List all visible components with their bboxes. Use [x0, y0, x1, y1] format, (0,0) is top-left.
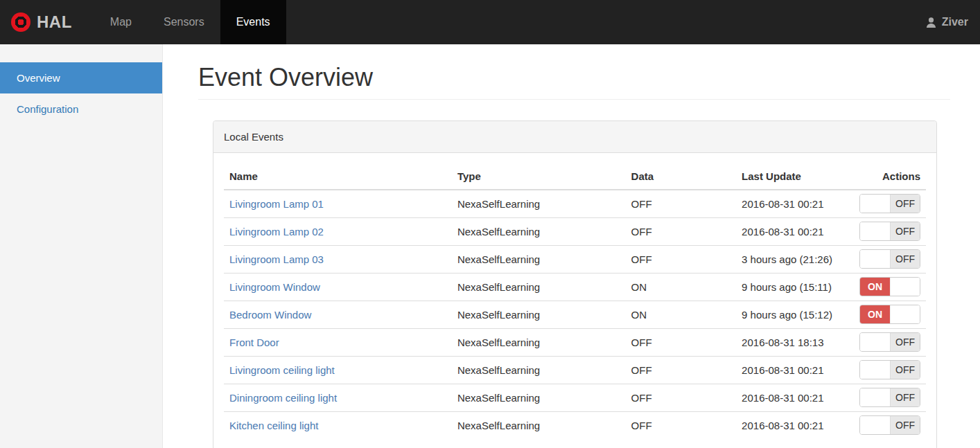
table-row: Front Door NexaSelfLearning OFF 2016-08-…	[224, 328, 926, 356]
toggle-switch-knob	[860, 416, 890, 434]
event-data-value: OFF	[626, 411, 737, 439]
event-last-update: 9 hours ago (15:11)	[736, 273, 854, 301]
column-header-type: Type	[452, 163, 626, 190]
nav-item[interactable]: Map	[94, 0, 148, 44]
toggle-switch-label: ON	[860, 305, 890, 323]
toggle-switch[interactable]: ON	[859, 305, 920, 324]
table-row: Diningroom ceiling light NexaSelfLearnin…	[224, 384, 926, 411]
user-menu[interactable]: Ziver	[913, 0, 980, 44]
toggle-switch-label: OFF	[890, 250, 920, 268]
toggle-switch-knob	[860, 250, 890, 268]
panel-title: Local Events	[213, 121, 936, 153]
table-row: Bedroom Window NexaSelfLearning ON 9 hou…	[224, 301, 926, 328]
hal-bullseye-logo-icon	[11, 12, 30, 32]
page-title: Event Overview	[198, 63, 950, 92]
event-data-value: OFF	[626, 356, 737, 384]
event-last-update: 2016-08-31 00:21	[736, 384, 854, 411]
event-data-value: ON	[626, 273, 737, 301]
event-last-update: 2016-08-31 18:13	[736, 328, 854, 356]
toggle-switch-label: OFF	[890, 195, 920, 213]
column-header-data: Data	[626, 163, 737, 190]
event-data-value: OFF	[626, 245, 737, 273]
table-row: Livingroom Lamp 01 NexaSelfLearning OFF …	[224, 190, 926, 217]
sidebar-item[interactable]: Overview	[0, 62, 162, 93]
event-data-value: OFF	[626, 217, 737, 245]
toggle-switch-label: OFF	[890, 416, 920, 434]
toggle-switch-knob	[860, 222, 890, 240]
toggle-switch[interactable]: OFF	[859, 360, 920, 379]
column-header-actions: Actions	[854, 163, 926, 190]
event-last-update: 2016-08-31 00:21	[736, 356, 854, 384]
toggle-switch-label: OFF	[890, 361, 920, 379]
toggle-switch-knob	[860, 333, 890, 351]
event-last-update: 3 hours ago (21:26)	[736, 245, 854, 273]
column-header-name: Name	[224, 163, 452, 190]
toggle-switch[interactable]: OFF	[859, 332, 920, 352]
table-row: Kitchen ceiling light NexaSelfLearning O…	[224, 411, 926, 439]
toggle-switch[interactable]: OFF	[859, 415, 920, 435]
event-type: NexaSelfLearning	[452, 217, 626, 245]
event-name-link[interactable]: Front Door	[229, 337, 279, 348]
event-name-link[interactable]: Livingroom Window	[229, 281, 320, 293]
toggle-switch[interactable]: OFF	[859, 388, 920, 407]
toggle-switch[interactable]: ON	[859, 277, 920, 296]
panel-body: Name Type Data Last Update Actions Livin…	[213, 153, 936, 448]
event-type: NexaSelfLearning	[452, 384, 626, 411]
event-type: NexaSelfLearning	[452, 356, 626, 384]
table-row: Livingroom Window NexaSelfLearning ON 9 …	[224, 273, 926, 301]
table-row: Livingroom Lamp 03 NexaSelfLearning OFF …	[224, 245, 926, 273]
toggle-switch-knob	[890, 278, 920, 296]
event-name-link[interactable]: Livingroom Lamp 01	[229, 198, 324, 210]
column-header-last-update: Last Update	[736, 163, 854, 190]
toggle-switch[interactable]: OFF	[859, 249, 920, 269]
brand-label: HAL	[37, 12, 72, 32]
table-row: Livingroom Lamp 02 NexaSelfLearning OFF …	[224, 217, 926, 245]
toggle-switch-knob	[860, 388, 890, 406]
toggle-switch-knob	[860, 361, 890, 379]
table-header-row: Name Type Data Last Update Actions	[224, 163, 926, 190]
main-content: Event Overview Local Events Name Type Da…	[163, 44, 980, 448]
toggle-switch-label: OFF	[890, 388, 920, 406]
event-last-update: 2016-08-31 00:21	[736, 411, 854, 439]
event-name-link[interactable]: Diningroom ceiling light	[229, 392, 337, 404]
event-type: NexaSelfLearning	[452, 190, 626, 217]
toggle-switch[interactable]: OFF	[859, 222, 920, 241]
event-last-update: 9 hours ago (15:12)	[736, 301, 854, 328]
event-last-update: 2016-08-31 00:21	[736, 217, 854, 245]
toggle-switch-label: ON	[860, 278, 890, 296]
local-events-panel: Local Events Name Type Data Last Update …	[213, 120, 937, 448]
event-type: NexaSelfLearning	[452, 411, 626, 439]
user-icon	[925, 17, 937, 28]
events-table: Name Type Data Last Update Actions Livin…	[224, 163, 926, 439]
event-name-link[interactable]: Livingroom Lamp 02	[229, 226, 324, 238]
event-data-value: OFF	[626, 190, 737, 217]
toggle-switch-knob	[890, 305, 920, 323]
brand[interactable]: HAL	[0, 0, 85, 44]
page-header: Event Overview	[198, 63, 950, 100]
top-navbar: HAL Map Sensors Events Ziver	[0, 0, 980, 44]
event-type: NexaSelfLearning	[452, 328, 626, 356]
nav-item[interactable]: Sensors	[148, 0, 220, 44]
sidebar: Overview Configuration	[0, 44, 163, 448]
event-name-link[interactable]: Livingroom ceiling light	[229, 364, 335, 376]
toggle-switch-label: OFF	[890, 222, 920, 240]
event-data-value: OFF	[626, 384, 737, 411]
table-row: Livingroom ceiling light NexaSelfLearnin…	[224, 356, 926, 384]
panel-wrap: Local Events Name Type Data Last Update …	[213, 120, 937, 448]
event-type: NexaSelfLearning	[452, 273, 626, 301]
event-data-value: ON	[626, 301, 737, 328]
sidebar-item[interactable]: Configuration	[0, 93, 162, 125]
event-last-update: 2016-08-31 00:21	[736, 190, 854, 217]
event-name-link[interactable]: Kitchen ceiling light	[229, 420, 318, 431]
event-type: NexaSelfLearning	[452, 301, 626, 328]
toggle-switch-knob	[860, 195, 890, 213]
event-name-link[interactable]: Livingroom Lamp 03	[229, 253, 324, 265]
nav-item[interactable]: Events	[220, 0, 286, 44]
event-type: NexaSelfLearning	[452, 245, 626, 273]
toggle-switch-label: OFF	[890, 333, 920, 351]
event-data-value: OFF	[626, 328, 737, 356]
toggle-switch[interactable]: OFF	[859, 194, 920, 213]
username: Ziver	[942, 16, 968, 28]
event-name-link[interactable]: Bedroom Window	[229, 309, 311, 321]
page-layout: Overview Configuration Event Overview Lo…	[0, 44, 980, 448]
